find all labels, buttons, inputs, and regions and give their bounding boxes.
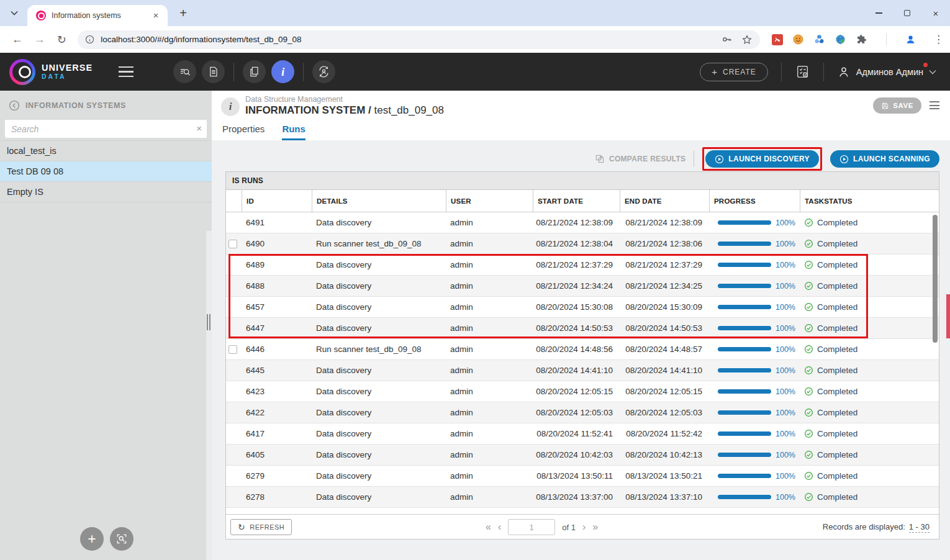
table-body: 6491Data discoveryadmin08/21/2024 12:38:…: [226, 212, 939, 508]
data-search-icon[interactable]: [173, 60, 196, 83]
tab-runs[interactable]: Runs: [282, 124, 305, 140]
forward-icon[interactable]: →: [31, 31, 48, 48]
row-select-cell: [226, 381, 242, 402]
password-key-icon[interactable]: [721, 34, 733, 45]
search-input[interactable]: [5, 120, 207, 138]
table-row[interactable]: 6446Run scanner test_db_09_08admin08/20/…: [226, 339, 939, 360]
extension-red-icon[interactable]: [771, 34, 783, 45]
first-page-icon[interactable]: «: [486, 522, 491, 532]
run-progress: 100%: [709, 233, 800, 254]
records-label: Records are displayed:: [823, 522, 905, 531]
address-bar[interactable]: localhost:3000/#/dg/informationsystem/te…: [78, 30, 760, 49]
tab-close-icon[interactable]: ×: [150, 10, 161, 21]
table-row[interactable]: 6488Data discoveryadmin08/21/2024 12:34:…: [226, 276, 939, 297]
browser-tab[interactable]: Information systems ×: [27, 5, 168, 26]
table-scrollbar[interactable]: [933, 215, 938, 343]
table-row[interactable]: 6490Run scanner test_db_09_08admin08/21/…: [226, 233, 939, 255]
table-row[interactable]: 6489Data discoveryadmin08/21/2024 12:37:…: [226, 255, 939, 276]
close-button[interactable]: ×: [921, 0, 950, 26]
header-id[interactable]: ID: [242, 190, 312, 212]
records-range[interactable]: 1 - 30: [909, 522, 930, 533]
scan-search-button[interactable]: [110, 527, 133, 551]
maximize-button[interactable]: [893, 0, 921, 26]
info-systems-icon[interactable]: i: [271, 60, 294, 83]
table-row[interactable]: 6405Data discoveryadmin08/20/2024 10:42:…: [226, 445, 939, 466]
create-button[interactable]: + CREATE: [700, 63, 768, 81]
extension-smiley-icon[interactable]: [792, 34, 804, 45]
extension-spinner-icon[interactable]: [813, 34, 825, 45]
compare-results-button[interactable]: COMPARE RESULTS: [595, 154, 685, 164]
sidebar: INFORMATION SYSTEMS × local_test_is Test…: [0, 91, 212, 560]
refresh-label: REFRESH: [250, 523, 284, 531]
table-row[interactable]: 6491Data discoveryadmin08/21/2024 12:38:…: [226, 212, 939, 233]
run-details: Data discovery: [312, 360, 446, 381]
row-checkbox[interactable]: [228, 345, 237, 354]
back-icon[interactable]: ←: [9, 31, 26, 48]
add-button[interactable]: +: [80, 527, 104, 551]
row-checkbox[interactable]: [228, 240, 237, 248]
header-start-date[interactable]: START DATE: [533, 190, 620, 212]
run-progress: 100%: [709, 381, 800, 402]
run-user: admin: [446, 487, 533, 507]
last-page-icon[interactable]: »: [592, 522, 598, 532]
universe-data-logo[interactable]: [9, 59, 35, 85]
back-circle-icon[interactable]: [9, 100, 20, 111]
menu-burger-icon[interactable]: [119, 66, 133, 77]
document-icon[interactable]: [202, 60, 225, 83]
page-menu-icon[interactable]: [930, 101, 939, 109]
run-id: 6491: [242, 212, 312, 233]
tasks-icon[interactable]: [795, 64, 810, 79]
sidebar-resize-handle[interactable]: [207, 314, 210, 330]
table-row[interactable]: 6279Data discoveryadmin08/13/2024 13:50:…: [226, 466, 939, 487]
header-user[interactable]: USER: [446, 190, 533, 212]
table-row[interactable]: 6457Data discoveryadmin08/20/2024 15:30:…: [226, 297, 939, 318]
table-row[interactable]: 6423Data discoveryadmin08/20/2024 12:05:…: [226, 381, 939, 402]
new-tab-button[interactable]: +: [175, 6, 191, 22]
launch-scanning-button[interactable]: LAUNCH SCANNING: [830, 150, 939, 168]
tab-properties[interactable]: Properties: [222, 124, 265, 140]
user-menu[interactable]: Админов Админ: [837, 65, 936, 79]
profile-avatar-icon[interactable]: [905, 34, 916, 45]
run-end-date: 08/21/2024 12:38:09: [620, 212, 709, 233]
reload-icon[interactable]: ↻: [53, 31, 70, 48]
sidebar-item-empty-is[interactable]: Empty IS: [0, 182, 212, 202]
extension-globe-icon[interactable]: [835, 34, 846, 45]
run-status: Completed: [800, 445, 939, 465]
save-button[interactable]: SAVE: [873, 97, 921, 114]
search-clear-icon[interactable]: ×: [196, 123, 202, 133]
run-progress: 100%: [709, 487, 800, 507]
sidebar-item-local-test-is[interactable]: local_test_is: [0, 141, 212, 161]
bookmark-star-icon[interactable]: [741, 34, 753, 45]
header-details[interactable]: DETAILS: [312, 190, 446, 212]
header-end-date[interactable]: END DATE: [620, 190, 709, 212]
browser-menu-icon[interactable]: ⋮: [933, 33, 944, 46]
next-page-icon[interactable]: ›: [582, 522, 586, 532]
table-row[interactable]: 6445Data discoveryadmin08/20/2024 14:41:…: [226, 360, 939, 381]
page-number-input[interactable]: [508, 519, 555, 535]
progress-label: 100%: [776, 409, 795, 417]
progress-bar: [718, 220, 771, 225]
site-info-icon[interactable]: [85, 35, 94, 44]
table-row[interactable]: 6278Data discoveryadmin08/13/2024 13:37:…: [226, 487, 939, 508]
refresh-button[interactable]: ↻ REFRESH: [230, 519, 292, 535]
table-row[interactable]: 6422Data discoveryadmin08/20/2024 12:05:…: [226, 402, 939, 423]
tab-search-icon[interactable]: [6, 5, 22, 21]
user-sync-icon[interactable]: [312, 60, 335, 83]
sidebar-scrollbar-track[interactable]: [206, 231, 212, 560]
progress-bar: [718, 305, 771, 309]
table-title: IS RUNS: [226, 172, 939, 190]
status-text: Completed: [817, 387, 857, 396]
table-row[interactable]: 6417Data discoveryadmin08/20/2024 11:52:…: [226, 423, 939, 445]
copy-pages-icon[interactable]: [243, 60, 266, 83]
header-progress[interactable]: PROGRESS: [709, 190, 800, 212]
sidebar-item-test-db-09-08[interactable]: Test DB 09 08: [0, 161, 212, 182]
header-taskstatus[interactable]: TASKSTATUS: [800, 190, 939, 212]
prev-page-icon[interactable]: ‹: [498, 522, 501, 532]
progress-bar: [718, 474, 771, 478]
table-row[interactable]: 6447Data discoveryadmin08/20/2024 14:50:…: [226, 318, 939, 339]
run-user: admin: [446, 318, 533, 338]
minimize-button[interactable]: [864, 0, 893, 26]
url-text[interactable]: localhost:3000/#/dg/informationsystem/te…: [101, 35, 721, 44]
extensions-puzzle-icon[interactable]: [856, 34, 867, 45]
launch-discovery-button[interactable]: LAUNCH DISCOVERY: [705, 150, 819, 168]
